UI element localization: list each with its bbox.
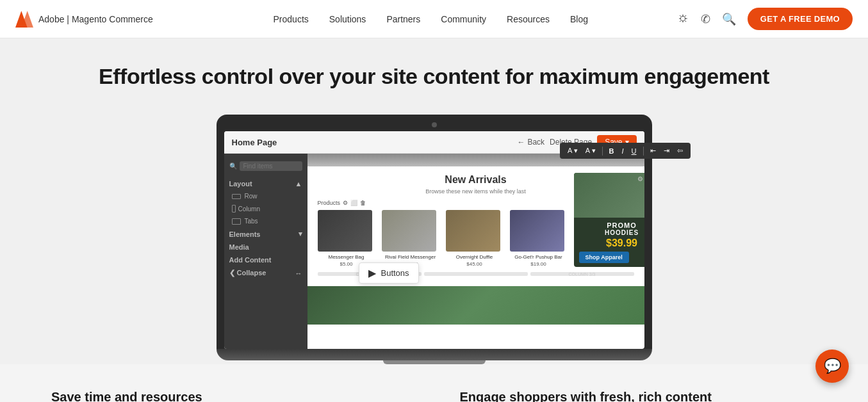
layout-label: Layout (229, 180, 252, 188)
product-item: Rival Field Messenger $45.00 (382, 210, 439, 267)
product-name: Messenger Bag (318, 254, 375, 260)
row-icon (232, 194, 241, 199)
bottom-card-1-title: Save time and resources (51, 390, 409, 402)
product-price: $45.00 (446, 261, 504, 267)
search-icon[interactable]: 🔍 (722, 12, 736, 26)
bottom-card-2: Engage shoppers with fresh, rich content (460, 390, 817, 402)
sidebar: 🔍 Layout ▲ Row Colu (224, 154, 307, 349)
media-label: Media (229, 243, 249, 251)
sidebar-add-content-section: Add Content (224, 253, 307, 266)
buttons-tooltip: ▶ Buttons (359, 262, 419, 284)
product-image (446, 210, 500, 252)
navigation: Adobe | Magento Commerce Products Soluti… (0, 0, 868, 38)
nav-blog[interactable]: Blog (570, 14, 588, 24)
product-price: $19.00 (510, 261, 568, 267)
format-italic[interactable]: I (619, 146, 626, 156)
format-A-dropdown[interactable]: A ▾ (565, 145, 580, 156)
promo-price: $39.99 (579, 237, 644, 249)
logo: Adobe | Magento Commerce (15, 10, 153, 28)
format-bold[interactable]: B (607, 146, 617, 156)
promo-card: ⚙ ⬜ 🗑 PROMO HOODIES $39.99 Shop Apparel (574, 173, 644, 267)
bottom-section: Save time and resources Engage shoppers … (0, 364, 868, 402)
nav-right: ⛭ ✆ 🔍 GET A FREE DEMO (678, 8, 853, 30)
nav-products[interactable]: Products (274, 14, 309, 24)
back-button[interactable]: ← Back (517, 138, 545, 147)
column-label: Column (238, 205, 260, 213)
collapse-label: ❮ Collapse (229, 269, 266, 277)
promo-content: PROMO HOODIES $39.99 Shop Apparel (574, 218, 644, 267)
back-arrow-icon: ← (517, 138, 525, 147)
find-items-input[interactable] (240, 161, 302, 171)
sidebar-layout-section: Layout ▲ (224, 177, 307, 190)
product-item: Messenger Bag $5.00 (318, 210, 375, 267)
product-name: Go-Get'r Pushup Bar (510, 254, 568, 260)
elements-expand-icon[interactable]: ▾ (299, 230, 302, 238)
laptop-foot (383, 360, 486, 364)
sidebar-row-item[interactable]: Row (224, 190, 307, 202)
nav-links: Products Solutions Partners Community Re… (184, 14, 678, 24)
hero-section: Effortless control over your site conten… (0, 38, 868, 364)
sidebar-search: 🔍 (224, 159, 307, 173)
layout-collapse-icon[interactable]: ▲ (295, 180, 302, 188)
back-label: Back (527, 138, 545, 147)
promo-image: ⚙ ⬜ 🗑 (574, 173, 644, 218)
format-align-left[interactable]: ⇤ (648, 145, 659, 156)
promo-title: PROMO (579, 221, 644, 229)
sidebar-column-item[interactable]: Column (224, 202, 307, 215)
sidebar-elements-section: Elements ▾ (224, 227, 307, 241)
promo-settings-icon[interactable]: ⚙ (637, 175, 643, 182)
bottom-card-2-title: Engage shoppers with fresh, rich content (460, 390, 817, 402)
search-icon: 🔍 (229, 163, 237, 170)
nav-community[interactable]: Community (441, 14, 486, 24)
promo-subtitle: HOODIES (579, 229, 644, 236)
nav-solutions[interactable]: Solutions (329, 14, 366, 24)
sidebar-tabs-item[interactable]: Tabs (224, 215, 307, 227)
sidebar-collapse-section[interactable]: ❮ Collapse ↔ (224, 266, 307, 280)
laptop-camera (432, 122, 437, 127)
format-underline[interactable]: U (629, 146, 639, 156)
product-item: Go-Get'r Pushup Bar $19.00 (510, 210, 568, 267)
product-item: Overnight Duffle $45.00 (446, 210, 504, 267)
product-image (510, 210, 564, 252)
phone-icon[interactable]: ✆ (701, 12, 710, 26)
delete-icon[interactable]: 🗑 (360, 200, 366, 206)
format-A-color[interactable]: A ▾ (583, 145, 598, 156)
adobe-logo-icon (15, 10, 33, 28)
tabs-label: Tabs (245, 218, 258, 225)
product-name: Overnight Duffle (446, 254, 504, 260)
tooltip-label: Buttons (381, 268, 409, 278)
bottom-card-1: Save time and resources (51, 390, 409, 402)
elements-label: Elements (229, 230, 261, 238)
copy-icon[interactable]: ⬜ (350, 200, 357, 206)
nav-partners[interactable]: Partners (386, 14, 420, 24)
settings-icon[interactable]: ⚙ (343, 200, 348, 206)
row-label: Row (245, 193, 258, 200)
nav-resources[interactable]: Resources (507, 14, 550, 24)
format-align-center[interactable]: ⇥ (661, 145, 672, 156)
shop-apparel-button[interactable]: Shop Apparel (579, 252, 629, 263)
product-image (382, 210, 436, 252)
column-icon (232, 205, 236, 213)
hero-title: Effortless control over your site conten… (0, 64, 868, 89)
chat-icon: 💬 (824, 358, 841, 374)
laptop-base (217, 349, 652, 360)
sidebar-media-section: Media (224, 241, 307, 253)
tabs-icon (232, 218, 241, 225)
format-align-right[interactable]: ⇦ (675, 145, 685, 156)
laptop-mockup: A ▾ A ▾ B I U ⇤ ⇥ ⇦ Home Page (217, 115, 652, 364)
laptop-screen: Home Page ← Back Delete Page Save ▾ (224, 131, 644, 349)
add-content-label: Add Content (229, 256, 272, 264)
collapse-expand-icon[interactable]: ↔ (295, 269, 302, 277)
brand-name: Adobe | Magento Commerce (38, 14, 153, 24)
page-title: Home Page (232, 138, 277, 147)
text-format-toolbar: A ▾ A ▾ B I U ⇤ ⇥ ⇦ (560, 143, 691, 159)
cursor-icon: ▶ (368, 267, 376, 279)
products-label: Products (318, 200, 341, 206)
product-image (318, 210, 372, 252)
chat-button[interactable]: 💬 (815, 350, 849, 383)
user-icon[interactable]: ⛭ (678, 12, 689, 26)
toolbar-left: Home Page (232, 138, 277, 147)
main-content: New Arrivals Browse these new items whil… (307, 154, 644, 349)
get-free-demo-button[interactable]: GET A FREE DEMO (748, 8, 853, 30)
product-name: Rival Field Messenger (382, 254, 439, 260)
